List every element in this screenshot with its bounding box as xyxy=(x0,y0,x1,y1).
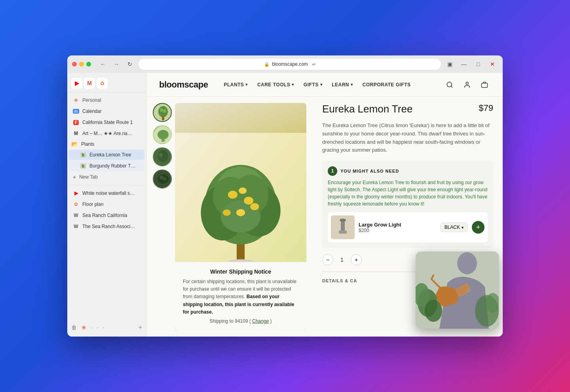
calendar-icon: 31 xyxy=(73,108,79,114)
back-button[interactable]: ← xyxy=(97,59,108,70)
main-content: bloomscape PLANTS ▾ CARE TOOLS ▾ GIFTS ▾ xyxy=(146,73,503,337)
video-overlay[interactable] xyxy=(416,251,499,329)
svg-point-18 xyxy=(163,177,166,181)
sidebar-item-label: White noise waterfall s… xyxy=(82,190,135,196)
add-grow-light-button[interactable]: + xyxy=(472,221,484,234)
quantity-value: 1 xyxy=(338,257,346,263)
change-zip-link[interactable]: Change xyxy=(252,318,269,324)
trash-icon[interactable]: 🗑 xyxy=(71,324,77,331)
new-tab-label: New Tab xyxy=(79,174,97,180)
close-window-button[interactable] xyxy=(72,62,77,67)
nav-icons xyxy=(444,79,490,90)
nav-link-learn[interactable]: LEARN ▾ xyxy=(332,82,353,88)
svg-point-61 xyxy=(425,300,442,322)
folder-icon: 📂 xyxy=(71,141,78,147)
sidebar-item-personal[interactable]: ❀ Personal xyxy=(69,95,144,105)
chevron-down-icon: ▾ xyxy=(351,82,353,87)
cart-button[interactable] xyxy=(479,79,490,90)
product-header: Eureka Lemon Tree $79 xyxy=(322,103,493,115)
svg-rect-3 xyxy=(482,83,488,88)
svg-point-42 xyxy=(228,191,238,199)
sidebar-item-sea-ranch-assoc[interactable]: W The Sea Ranch Associat… xyxy=(69,221,144,232)
folder-label: Plants xyxy=(81,141,94,147)
lock-icon: 🔒 xyxy=(264,62,270,67)
thumbnail-4[interactable] xyxy=(153,169,172,188)
sidebar-item-white-noise[interactable]: ▶ White noise waterfall s… xyxy=(69,188,144,198)
thumbnail-list xyxy=(153,103,172,330)
sidebar-item-eureka-lemon[interactable]: b Eureka Lemon Tree xyxy=(69,150,144,160)
sidebar-item-art-arena[interactable]: M Art – M… ★★ Are.na… xyxy=(69,128,144,139)
sidebar-item-burgundy-rubber[interactable]: b Burgundy Rubber T… xyxy=(69,161,144,171)
maximize-window-button[interactable] xyxy=(86,62,91,67)
nav-links: PLANTS ▾ CARE TOOLS ▾ GIFTS ▾ LEARN ▾ xyxy=(224,82,444,88)
account-button[interactable] xyxy=(462,79,473,90)
svg-point-17 xyxy=(160,175,163,179)
new-tab-button[interactable]: + New Tab xyxy=(69,172,144,182)
sidebar-item-calendar[interactable]: 31 Calendar xyxy=(69,106,144,116)
bookmark-icon[interactable]: ❀ xyxy=(82,324,86,331)
svg-point-58 xyxy=(466,295,468,297)
sidebar-item-ca-route[interactable]: F California State Route 1 xyxy=(69,117,144,127)
sidebar-item-label: Calendar xyxy=(82,108,102,114)
upsell-product-price: $200 xyxy=(359,228,436,233)
add-sidebar-button[interactable]: + xyxy=(139,324,142,331)
chevron-down-icon: ▾ xyxy=(320,82,323,87)
thumbnail-2[interactable] xyxy=(153,125,172,144)
svg-point-43 xyxy=(244,197,253,205)
quantity-increase-button[interactable]: + xyxy=(351,254,362,265)
pinned-tab-youtube[interactable]: ▶ xyxy=(71,78,82,89)
site-nav: bloomscape PLANTS ▾ CARE TOOLS ▾ GIFTS ▾ xyxy=(146,73,503,97)
wiki-icon-sea-ranch: W xyxy=(73,212,79,219)
art-arena-icon: M xyxy=(73,130,79,137)
product-area-wrapper: Winter Shipping Notice For certain shipp… xyxy=(146,97,503,337)
sidebar-item-label: Personal xyxy=(82,97,101,103)
svg-rect-6 xyxy=(162,116,164,120)
browser-menu-button[interactable]: ― xyxy=(458,59,469,70)
thumbnail-3[interactable] xyxy=(153,147,172,166)
color-select-value: BLACK xyxy=(445,225,460,230)
address-bar[interactable]: 🔒 bloomscape.com ⇌ xyxy=(139,59,441,70)
svg-rect-50 xyxy=(339,230,347,234)
minimize-window-button[interactable] xyxy=(79,62,84,67)
site-logo[interactable]: bloomscape xyxy=(159,80,208,90)
upsell-product-row: Large Grow Light $200 BLACK ▾ + xyxy=(328,212,488,242)
color-select-dropdown[interactable]: BLACK ▾ xyxy=(440,223,468,232)
nav-link-corporate[interactable]: CORPORATE GIFTS xyxy=(363,82,411,88)
upsell-product-name: Large Grow Light xyxy=(359,222,436,228)
winter-shipping-title: Winter Shipping Notice xyxy=(183,268,298,275)
ca-route-icon: F xyxy=(73,119,79,126)
svg-point-51 xyxy=(340,219,346,222)
sidebar-toggle-button[interactable]: ▣ xyxy=(444,59,455,70)
svg-point-8 xyxy=(163,109,166,113)
browser-restore-button[interactable]: □ xyxy=(473,59,484,70)
wiki-icon-sea-ranch-assoc: W xyxy=(73,223,79,230)
sidebar-item-sea-ranch-ca[interactable]: W Sea Ranch California xyxy=(69,210,144,221)
svg-point-44 xyxy=(236,209,245,216)
search-button[interactable] xyxy=(444,79,455,90)
sidebar-folder-plants[interactable]: 📂 Plants xyxy=(67,139,146,149)
upsell-text: Encourage your Eureka Lemon Tree to flou… xyxy=(328,179,488,207)
sidebar-item-label: Floor plan xyxy=(82,202,103,207)
upsell-header: 1 YOU MIGHT ALSO NEED xyxy=(328,166,488,176)
product-main-image: Winter Shipping Notice For certain shipp… xyxy=(175,103,306,330)
settings-icon: ⇌ xyxy=(312,62,315,67)
traffic-lights xyxy=(72,62,91,67)
browser-close-button[interactable]: ✕ xyxy=(487,59,498,70)
shipping-zip-row: Shipping to 94109 ( Change ) xyxy=(183,318,298,324)
forward-button[interactable]: → xyxy=(111,59,122,70)
svg-point-56 xyxy=(468,290,470,292)
pinned-tab-custom[interactable]: ✿ xyxy=(97,78,108,89)
upsell-product-image xyxy=(331,215,355,239)
dot-1: • xyxy=(91,326,92,329)
svg-line-1 xyxy=(451,86,452,87)
pinned-tab-gmail[interactable]: M xyxy=(84,78,95,89)
nav-link-plants[interactable]: PLANTS ▾ xyxy=(224,82,248,88)
nav-link-care-tools[interactable]: CARE TOOLS ▾ xyxy=(257,82,294,88)
nav-link-gifts[interactable]: GIFTS ▾ xyxy=(304,82,322,88)
refresh-button[interactable]: ↻ xyxy=(124,59,135,70)
thumbnail-1[interactable] xyxy=(153,103,172,122)
sidebar-item-floor-plan[interactable]: ✿ Floor plan xyxy=(69,199,144,209)
dot-3: • xyxy=(103,326,104,329)
quantity-decrease-button[interactable]: − xyxy=(322,254,333,265)
svg-point-47 xyxy=(239,188,247,194)
